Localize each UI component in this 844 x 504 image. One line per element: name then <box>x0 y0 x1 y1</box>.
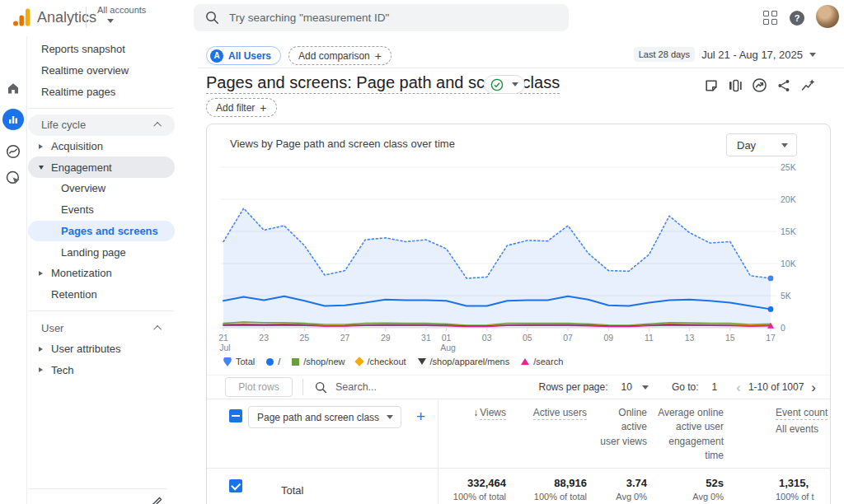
account-switcher[interactable]: All accounts <box>97 5 146 25</box>
table-search-input[interactable] <box>335 381 500 393</box>
edit-comparisons-icon[interactable] <box>728 78 743 93</box>
goto-label: Go to: <box>672 381 699 393</box>
sidebar-item-realtime-overview[interactable]: Realtime overview <box>28 60 175 82</box>
insights-sparkle-icon[interactable] <box>800 77 816 93</box>
legend-item[interactable]: /shop/new <box>292 357 345 366</box>
sidebar-item-acquisition[interactable]: Acquisition <box>28 136 175 157</box>
legend-item[interactable]: Total <box>223 357 255 366</box>
legend-item[interactable]: /checkout <box>356 357 406 366</box>
sidebar-item-engagement[interactable]: Engagement <box>28 156 175 178</box>
sidebar-item-pages-and-screens[interactable]: Pages and screens <box>28 221 175 242</box>
row-checkbox[interactable] <box>229 479 242 492</box>
legend-marker-icon <box>223 357 232 366</box>
dimension-select[interactable]: Page path and screen class <box>248 406 401 428</box>
sidebar-item-monetization[interactable]: Monetization <box>28 263 175 284</box>
chart-legend: Total//shop/new/checkout/shop/apparel/me… <box>223 357 563 366</box>
column-header-avg-engagement-time[interactable]: Average online active user engagement ti… <box>656 406 724 464</box>
column-header-event-count[interactable]: Event count All events <box>776 406 831 437</box>
select-all-checkbox[interactable] <box>229 409 242 422</box>
sidebar-item-label: Tech <box>51 364 73 376</box>
svg-text:15: 15 <box>725 333 735 343</box>
sidebar-item-user-attributes[interactable]: User attributes <box>28 338 175 360</box>
legend-label: /shop/new <box>303 357 345 366</box>
home-icon[interactable] <box>6 81 21 96</box>
apps-grid-icon[interactable] <box>763 11 777 25</box>
chevron-right-icon <box>39 144 43 149</box>
total-event-count-sub: 100% of t <box>776 492 814 502</box>
note-icon[interactable] <box>704 78 719 93</box>
sidebar-item-label: Reports snapshot <box>41 43 125 55</box>
sidebar-item-label: Retention <box>51 288 97 301</box>
share-icon[interactable] <box>776 78 791 93</box>
svg-text:05: 05 <box>523 333 532 343</box>
toolbar-divider <box>302 379 303 395</box>
chevron-down-icon <box>387 415 393 419</box>
report-nav: Reports snapshot Realtime overview Realt… <box>28 36 175 504</box>
rows-per-page-label: Rows per page: <box>538 381 607 393</box>
reports-icon[interactable] <box>2 109 24 130</box>
column-header-active-users[interactable]: Active users <box>533 406 587 420</box>
add-comparison-button[interactable]: Add comparison + <box>288 46 392 65</box>
chevron-down-icon[interactable] <box>642 385 649 390</box>
chevron-up-icon <box>153 325 162 334</box>
total-engagement-time: 52s <box>706 477 724 489</box>
add-filter-button[interactable]: Add filter + <box>206 98 277 117</box>
legend-marker-icon <box>266 358 274 366</box>
chevron-right-icon <box>39 347 43 352</box>
global-search[interactable] <box>194 4 569 31</box>
section-life-cycle[interactable]: Life cycle <box>28 114 175 136</box>
appbar-divider <box>86 7 87 28</box>
views-chart: 05K10K15K20K25K21Jul232527293101Aug03050… <box>217 162 807 357</box>
edit-pencil-icon[interactable] <box>150 496 163 504</box>
column-subheader-all-events: All events <box>776 422 831 436</box>
granularity-select[interactable]: Day <box>726 133 797 156</box>
total-active-users: 88,916 <box>554 477 587 489</box>
chevron-up-icon <box>153 122 162 130</box>
sidebar-item-landing-page[interactable]: Landing page <box>28 241 175 263</box>
sidebar-item-label: Monetization <box>51 267 112 279</box>
sidebar-item-events[interactable]: Events <box>28 199 175 221</box>
prev-page-icon[interactable]: ‹ <box>734 380 743 394</box>
rows-per-page-value[interactable]: 10 <box>621 381 632 393</box>
insights-gauge-icon[interactable] <box>752 77 767 93</box>
column-header-online-active-user-views[interactable]: Online active user views <box>599 406 647 449</box>
total-views-sub: 100% of total <box>453 492 506 502</box>
legend-label: / <box>278 357 280 366</box>
sidebar-item-label: Overview <box>61 182 106 194</box>
report-actions <box>704 77 816 93</box>
all-users-chip[interactable]: A All Users <box>206 46 281 65</box>
add-dimension-button[interactable]: + <box>416 408 425 426</box>
advertising-icon[interactable] <box>5 170 21 186</box>
next-page-icon[interactable]: › <box>809 380 818 394</box>
legend-marker-icon <box>521 358 529 365</box>
sidebar-item-label: Engagement <box>51 161 112 174</box>
total-label: Total <box>281 484 303 497</box>
help-icon[interactable]: ? <box>790 11 804 26</box>
search-icon <box>315 381 327 394</box>
sidebar-item-overview[interactable]: Overview <box>28 178 175 199</box>
sidebar-item-reports-snapshot[interactable]: Reports snapshot <box>28 39 175 60</box>
legend-marker-icon <box>355 357 364 366</box>
legend-item[interactable]: /search <box>521 357 563 366</box>
sidebar-item-label: Realtime pages <box>41 86 115 98</box>
legend-item[interactable]: / <box>266 357 280 366</box>
date-range-picker[interactable]: Last 28 days Jul 21 - Aug 17, 2025 <box>634 47 816 62</box>
section-user[interactable]: User <box>28 317 175 338</box>
column-header-views[interactable]: ↓Views <box>473 406 506 420</box>
report-validity-menu[interactable] <box>484 75 525 94</box>
sidebar-item-tech[interactable]: Tech <box>28 360 175 381</box>
sidebar-item-retention[interactable]: Retention <box>28 284 175 306</box>
dimension-value: Page path and screen class <box>257 412 379 423</box>
plot-rows-button[interactable]: Plot rows <box>225 377 293 397</box>
legend-item[interactable]: /shop/apparel/mens <box>418 357 510 366</box>
avatar[interactable] <box>816 5 839 28</box>
legend-label: /checkout <box>367 357 406 366</box>
table-search[interactable] <box>315 381 538 394</box>
goto-value[interactable]: 1 <box>712 381 718 393</box>
explore-icon[interactable] <box>5 143 21 160</box>
sidebar-item-realtime-pages[interactable]: Realtime pages <box>28 81 175 102</box>
chevron-down-icon <box>39 166 44 170</box>
search-input[interactable] <box>229 12 557 24</box>
analytics-home-link[interactable]: Analytics <box>12 7 96 27</box>
chevron-down-icon <box>781 143 788 147</box>
